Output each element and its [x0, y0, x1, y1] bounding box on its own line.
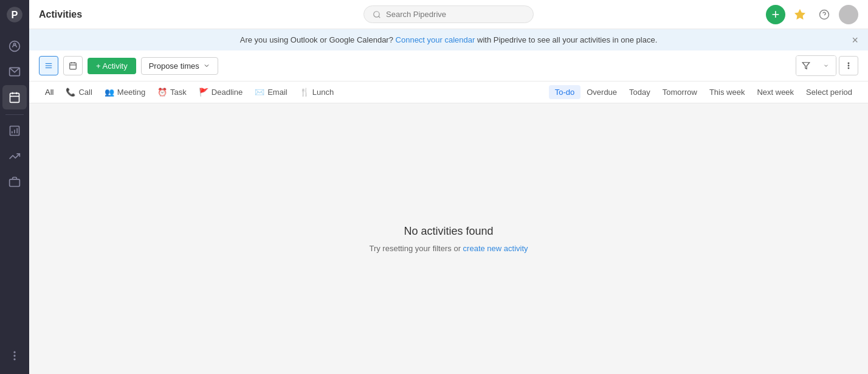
sidebar: P [0, 0, 29, 374]
filter-tab-call[interactable]: 📞 Call [60, 85, 98, 99]
toolbar-right [796, 55, 858, 76]
filter-dropdown-button[interactable] [816, 56, 836, 75]
banner-link[interactable]: Connect your calendar [396, 35, 475, 44]
filter-tab-task[interactable]: ⏰ Task [151, 85, 193, 99]
svg-marker-19 [795, 10, 804, 18]
period-tab-todo[interactable]: To-do [549, 85, 581, 99]
svg-point-32 [848, 68, 849, 69]
add-button[interactable]: + [766, 5, 785, 24]
calendar-view-button[interactable] [63, 56, 83, 75]
svg-marker-29 [802, 63, 810, 69]
svg-point-14 [14, 351, 15, 353]
period-tab-overdue[interactable]: Overdue [580, 85, 623, 99]
sidebar-bottom [2, 344, 27, 369]
create-activity-link[interactable]: create new activity [463, 244, 528, 253]
filter-tabs: All 📞 Call 👥 Meeting ⏰ Task 🚩 Deadline ✉… [29, 81, 868, 103]
svg-point-17 [374, 11, 379, 16]
period-tabs: To-do Overdue Today Tomorrow This week N… [549, 85, 858, 99]
svg-line-18 [379, 16, 381, 18]
avatar[interactable] [839, 5, 858, 24]
svg-rect-13 [10, 179, 20, 187]
period-tab-tomorrow[interactable]: Tomorrow [656, 85, 703, 99]
filter-tab-email[interactable]: ✉️ Email [249, 85, 294, 99]
svg-point-15 [14, 355, 15, 356]
calendar-banner: Are you using Outlook or Google Calendar… [29, 29, 868, 50]
meeting-icon: 👥 [105, 88, 114, 97]
svg-text:P: P [12, 9, 18, 20]
period-tab-this-week[interactable]: This week [703, 85, 751, 99]
sidebar-item-insights[interactable] [2, 144, 27, 168]
search-icon [373, 10, 381, 19]
add-activity-button[interactable]: + Activity [88, 58, 136, 74]
filter-tab-lunch[interactable]: 🍴 Lunch [294, 85, 340, 99]
lunch-icon: 🍴 [300, 88, 309, 97]
topbar: Activities + [29, 0, 868, 29]
svg-point-16 [14, 359, 15, 360]
list-view-button[interactable] [39, 56, 58, 75]
more-options-button[interactable] [839, 56, 858, 75]
sidebar-item-more[interactable] [2, 344, 27, 368]
propose-times-button[interactable]: Propose times [141, 57, 218, 75]
banner-close-button[interactable]: × [852, 35, 858, 46]
filter-tab-meeting[interactable]: 👥 Meeting [98, 85, 151, 99]
sidebar-logo: P [5, 5, 24, 24]
svg-rect-25 [70, 63, 77, 69]
sidebar-item-home[interactable] [2, 34, 27, 58]
sidebar-item-activities[interactable] [2, 85, 27, 109]
email-icon: ✉️ [255, 88, 264, 97]
filter-tab-all[interactable]: All [39, 85, 60, 99]
empty-subtitle: Try resetting your filters or create new… [369, 244, 528, 253]
period-tab-select-period[interactable]: Select period [800, 85, 858, 99]
page-title: Activities [39, 9, 82, 20]
deadline-icon: 🚩 [199, 88, 208, 97]
sidebar-item-mail[interactable] [2, 60, 27, 84]
filter-group [796, 55, 836, 76]
content-area: No activities found Try resetting your f… [29, 103, 868, 374]
sidebar-item-reports[interactable] [2, 119, 27, 143]
topbar-right: + [766, 5, 858, 24]
main-content: Activities + Are you using Outlook or Go… [29, 0, 868, 374]
banner-text: Are you using Outlook or Google Calendar… [240, 35, 658, 44]
svg-point-30 [848, 63, 849, 64]
period-tab-today[interactable]: Today [623, 85, 656, 99]
filter-tab-deadline[interactable]: 🚩 Deadline [193, 85, 249, 99]
search-input[interactable] [386, 10, 525, 19]
empty-title: No activities found [404, 225, 493, 238]
svg-point-31 [848, 65, 849, 66]
notification-button[interactable] [790, 5, 810, 24]
svg-point-2 [10, 41, 20, 52]
sidebar-item-tools[interactable] [2, 170, 27, 194]
svg-rect-5 [10, 93, 19, 102]
search-bar [363, 5, 534, 23]
period-tab-next-week[interactable]: Next week [751, 85, 800, 99]
filter-button[interactable] [796, 56, 816, 75]
toolbar: + Activity Propose times [29, 50, 868, 81]
call-icon: 📞 [66, 88, 75, 97]
sidebar-divider [5, 114, 24, 115]
help-button[interactable] [815, 5, 834, 24]
task-icon: ⏰ [157, 88, 167, 97]
